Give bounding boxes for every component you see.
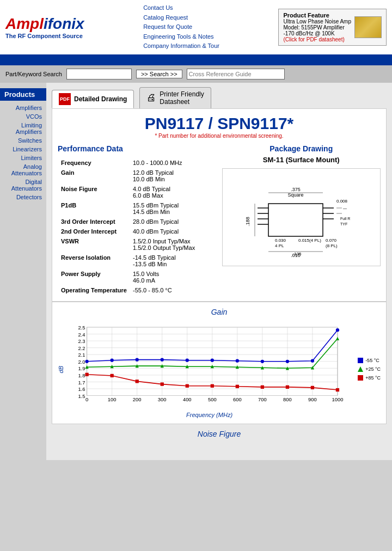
- spec-value: 15.5 dBm Typical14.5 dBm Min: [131, 201, 216, 216]
- svg-text:Square: Square: [288, 192, 304, 198]
- sidebar-item-switches[interactable]: Switches: [0, 136, 46, 145]
- svg-text:800: 800: [283, 396, 292, 402]
- product-feature-line1: Ultra Low Phase Noise Amp: [283, 19, 351, 25]
- svg-point-80: [286, 360, 289, 363]
- sidebar-item-limiters[interactable]: Limiters: [0, 154, 46, 162]
- svg-text:(8 PL): (8 PL): [326, 243, 338, 248]
- spec-label: 3rd Order Intercept: [59, 217, 130, 226]
- svg-point-82: [336, 328, 339, 332]
- spec-value: -55.0 - 85.0 °C: [131, 286, 216, 295]
- sidebar-products-label: Products: [0, 88, 46, 101]
- tabs: PDF Detailed Drawing 🖨 Printer Friendly …: [46, 83, 392, 108]
- pkg-header: Package Drawing: [222, 144, 381, 153]
- legend-icon-cold: [357, 357, 364, 364]
- svg-text:900: 900: [308, 396, 317, 402]
- logo-amp: Ampl: [5, 15, 44, 32]
- svg-point-75: [161, 358, 164, 361]
- svg-rect-100: [236, 385, 239, 388]
- header-links: Contact Us Catalog Request Request for Q…: [143, 3, 219, 51]
- gain-chart-wrapper: 2.5 2.4 2.3 2.2 2.1 2.0 1.9 1.8 1.7 1.6 …: [67, 321, 352, 418]
- content-area: PDF Detailed Drawing 🖨 Printer Friendly …: [46, 83, 392, 460]
- svg-text:4 PL: 4 PL: [275, 243, 284, 248]
- svg-rect-0: [268, 204, 323, 236]
- svg-point-77: [211, 359, 214, 362]
- spec-label: VSWR: [59, 237, 130, 252]
- svg-text:700: 700: [258, 396, 267, 402]
- legend-icon-room: [357, 366, 364, 372]
- two-col-layout: Performance Data Frequency10.0 - 1000.0 …: [58, 144, 381, 296]
- link-company[interactable]: Company Information & Tour: [143, 41, 219, 51]
- perf-header: Performance Data: [58, 144, 217, 153]
- tab2-label: Printer Friendly Datasheet: [160, 90, 204, 106]
- spec-row: VSWR1.5/2.0 Input Typ/Max1.5/2.0 Output …: [59, 237, 216, 252]
- gain-chart-area: dB: [58, 321, 381, 418]
- gain-legend: -55 °C +25 °C +85 °C: [357, 357, 381, 381]
- svg-text:.375: .375: [291, 187, 301, 192]
- tab2-line2: Datasheet: [160, 98, 204, 106]
- sidebar-item-limiting-amplifiers[interactable]: Limiting Amplifiers: [0, 121, 46, 136]
- sidebar-item-digital-attenuators[interactable]: Digital Attenuators: [0, 177, 46, 193]
- nav-bar: [0, 56, 392, 65]
- package-drawing-col: Package Drawing SM-11 (Surface Mount): [222, 144, 381, 296]
- sidebar-item-linearizers[interactable]: Linearizers: [0, 145, 46, 154]
- svg-rect-98: [186, 384, 189, 388]
- gain-chart-title: Gain: [58, 308, 381, 316]
- search-label: Part/Keyword Search: [5, 71, 62, 77]
- legend-label-hot: +85 °C: [365, 375, 381, 381]
- tab-printer-friendly[interactable]: 🖨 Printer Friendly Datasheet: [139, 87, 211, 108]
- spec-row: Frequency10.0 - 1000.0 MHz: [59, 158, 216, 167]
- spec-label: Operating Temperature: [59, 286, 130, 295]
- spec-row: 3rd Order Intercept28.0 dBm Typical: [59, 217, 216, 226]
- svg-rect-102: [286, 385, 289, 389]
- tab-detailed-drawing[interactable]: PDF Detailed Drawing: [52, 90, 134, 108]
- sidebar-item-vcos[interactable]: VCOs: [0, 112, 46, 121]
- svg-text:2.5: 2.5: [78, 325, 85, 330]
- svg-point-72: [85, 360, 88, 363]
- svg-point-76: [186, 359, 189, 362]
- svg-text:1.8: 1.8: [78, 372, 85, 378]
- gain-chart-section: Gain dB: [52, 302, 387, 424]
- svg-text:0.015(4 PL): 0.015(4 PL): [298, 238, 321, 243]
- legend-item-hot: +85 °C: [357, 375, 381, 381]
- package-svg: .375 Square .188 0.030 4 PL 0.015(4 PL) …: [241, 171, 361, 264]
- svg-text:2.4: 2.4: [78, 332, 85, 338]
- product-feature[interactable]: Product Feature Ultra Low Phase Noise Am…: [278, 9, 387, 46]
- search-input[interactable]: [66, 69, 132, 79]
- cross-ref-input[interactable]: [187, 69, 285, 79]
- spec-label: Frequency: [59, 158, 130, 167]
- svg-rect-107: [358, 375, 363, 381]
- svg-rect-97: [161, 382, 164, 385]
- product-feature-cta[interactable]: (Click for PDF datasheet): [283, 36, 351, 42]
- gain-y-axis-label: dB: [58, 366, 64, 373]
- svg-text:0.030: 0.030: [275, 238, 286, 243]
- svg-text:Full R: Full R: [340, 217, 350, 221]
- link-engineering[interactable]: Engineering Tools & Notes: [143, 32, 219, 42]
- spec-label: Gain: [59, 168, 130, 183]
- svg-rect-103: [311, 386, 314, 389]
- legend-icon-hot: [357, 375, 364, 381]
- link-contact[interactable]: Contact Us: [143, 3, 219, 13]
- product-feature-text: Product Feature Ultra Low Phase Noise Am…: [283, 12, 351, 42]
- spec-label: Power Supply: [59, 270, 130, 285]
- svg-text:1000: 1000: [332, 396, 344, 402]
- specs-table: Frequency10.0 - 1000.0 MHzGain12.0 dB Ty…: [58, 157, 217, 296]
- svg-text:400: 400: [183, 396, 192, 402]
- spec-label: 2nd Order Intercept: [59, 227, 130, 236]
- link-catalog[interactable]: Catalog Request: [143, 13, 219, 23]
- svg-rect-104: [336, 388, 339, 391]
- legend-item-cold: -55 °C: [357, 357, 381, 364]
- spec-value: 12.0 dB Typical10.0 dB Min: [131, 168, 216, 183]
- svg-text:1.6: 1.6: [78, 386, 85, 392]
- sidebar-item-analog-attenuators[interactable]: Analog Attenuators: [0, 162, 46, 177]
- sidebar-item-amplifiers[interactable]: Amplifiers: [0, 103, 46, 112]
- search-button[interactable]: >> Search >>: [136, 70, 182, 78]
- svg-text:—: —: [343, 206, 347, 210]
- link-quote[interactable]: Request for Quote: [143, 22, 219, 32]
- tab2-line1: Printer Friendly: [160, 90, 204, 98]
- spec-value: 28.0 dBm Typical: [131, 217, 216, 226]
- svg-text:.010: .010: [291, 253, 301, 258]
- sidebar-item-detectors[interactable]: Detectors: [0, 193, 46, 201]
- product-feature-title: Product Feature: [283, 12, 351, 19]
- svg-rect-99: [211, 384, 214, 388]
- svg-text:0: 0: [85, 396, 88, 402]
